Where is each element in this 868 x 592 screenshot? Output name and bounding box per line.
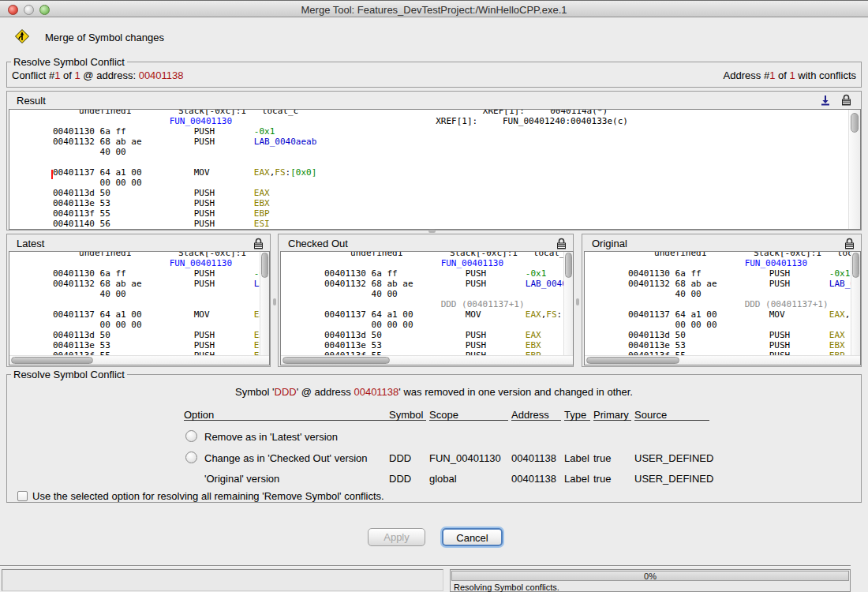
conflict-info-group: Resolve Symbol Conflict Conflict #1 of 1… xyxy=(6,62,862,88)
resolve-group-title: Resolve Symbol Conflict xyxy=(11,369,127,380)
cell-primary: true xyxy=(593,452,611,464)
use-for-all-checkbox[interactable] xyxy=(17,491,28,501)
progress-bar: 0% xyxy=(451,571,849,581)
checked-out-hscroll-thumb[interactable] xyxy=(282,357,390,364)
lock-icon[interactable] xyxy=(556,238,567,249)
result-listing[interactable]: undefined1Stack[-0xc]:1local_cXREF[1]:00… xyxy=(9,109,861,230)
column-header-scope: Scope xyxy=(429,409,508,421)
listing-cursor xyxy=(51,170,53,179)
radio-remove-latest[interactable] xyxy=(185,430,197,442)
option-remove-latest-label: Remove as in 'Latest' version xyxy=(204,431,338,443)
checked-out-panel: Checked Out undefined1Stack[-0xc]:1local… xyxy=(278,234,574,367)
use-for-all-label: Use the selected option for resolving al… xyxy=(32,490,384,502)
splitter-handle-checkedout-original[interactable] xyxy=(576,298,579,305)
cell-type: Label xyxy=(564,473,589,485)
column-header-type: Type xyxy=(564,409,590,421)
checked-out-listing[interactable]: undefined1Stack[-0xc]:1local_cFUN_004011… xyxy=(280,251,574,365)
progress-percent: 0% xyxy=(644,571,657,581)
window-title: Merge Tool: Features_DevTestProject:/Win… xyxy=(0,4,868,16)
latest-vscrollbar[interactable] xyxy=(260,252,269,355)
cell-scope: global xyxy=(429,473,457,485)
column-header-address: Address xyxy=(511,409,561,421)
merge-tool-window: { "window": {"title": "Merge Tool: Featu… xyxy=(0,0,868,592)
column-header-primary: Primary xyxy=(593,409,631,421)
original-hscroll-thumb[interactable] xyxy=(586,357,679,364)
result-panel: Result undefined1Stack[-0xc]:1local_cXRE… xyxy=(6,91,862,230)
status-message: Resolving Symbol conflicts. xyxy=(454,583,559,592)
merge-phase-label: Merge of Symbol changes xyxy=(45,32,164,43)
result-panel-title: Result xyxy=(17,95,46,107)
cell-symbol: DDD xyxy=(389,473,411,485)
checked-out-vscroll-thumb[interactable] xyxy=(565,253,572,278)
cell-source: USER_DEFINED xyxy=(634,473,713,485)
cell-symbol: DDD xyxy=(389,452,411,464)
original-listing[interactable]: undefined1Stack[-0xc]:1local_cFUN_004011… xyxy=(584,251,861,365)
latest-panel-title: Latest xyxy=(17,238,44,249)
conflict-counter: Conflict #1 of 1 @ address: 00401138 xyxy=(12,69,184,81)
resolve-conflict-group: Resolve Symbol Conflict Symbol 'DDD' @ a… xyxy=(6,374,862,503)
original-panel: Original undefined1Stack[-0xc]:1local_cF… xyxy=(582,234,862,367)
address-counter: Address #1 of 1 with conflicts xyxy=(724,69,856,81)
result-vscrollbar[interactable] xyxy=(848,110,860,229)
splitter-handle-latest-checkedout[interactable] xyxy=(273,298,276,305)
cancel-button[interactable]: Cancel xyxy=(442,528,503,546)
original-panel-title: Original xyxy=(592,238,627,249)
column-header-option: Option xyxy=(184,409,389,421)
statusbar-right: 0% Resolving Symbol conflicts. xyxy=(450,569,851,592)
original-vscroll-thumb[interactable] xyxy=(852,253,859,278)
latest-vscroll-thumb[interactable] xyxy=(261,253,268,278)
result-vscroll-thumb[interactable] xyxy=(851,113,859,133)
original-vscrollbar[interactable] xyxy=(851,252,860,355)
radio-change-checked-out[interactable] xyxy=(185,451,197,463)
merge-icon xyxy=(15,29,29,43)
lock-icon[interactable] xyxy=(841,94,851,106)
option-original-label: 'Original' version xyxy=(204,473,279,485)
cell-primary: true xyxy=(593,473,611,485)
latest-hscroll-thumb[interactable] xyxy=(11,357,93,364)
statusbar-left xyxy=(2,569,443,591)
apply-button[interactable]: Apply xyxy=(368,528,425,546)
cell-address: 00401138 xyxy=(511,452,556,464)
latest-panel: Latest undefined1Stack[-0xc]:1local_cFUN… xyxy=(6,234,271,367)
scroll-to-bottom-icon[interactable] xyxy=(820,95,831,106)
cell-scope: FUN_00401130 xyxy=(429,452,501,464)
cell-source: USER_DEFINED xyxy=(634,452,713,464)
conflict-info-group-title: Resolve Symbol Conflict xyxy=(11,56,127,68)
cell-type: Label xyxy=(564,452,589,464)
titlebar: Merge Tool: Features_DevTestProject:/Win… xyxy=(0,0,868,17)
statusbar-divider xyxy=(0,565,851,567)
lock-icon[interactable] xyxy=(844,238,855,249)
checked-out-vscrollbar[interactable] xyxy=(563,252,573,355)
latest-hscrollbar[interactable] xyxy=(9,355,269,365)
column-header-source: Source xyxy=(634,409,709,421)
original-hscrollbar[interactable] xyxy=(585,355,860,365)
column-header-symbol: Symbol xyxy=(389,409,426,421)
lock-icon[interactable] xyxy=(253,238,264,249)
conflict-message: Symbol 'DDD' @ address 00401138' was rem… xyxy=(7,386,861,398)
latest-listing[interactable]: undefined1Stack[-0xc]:1local_cFUN_004011… xyxy=(9,251,270,365)
checked-out-panel-title: Checked Out xyxy=(288,238,348,249)
cell-address: 00401138 xyxy=(511,473,556,485)
splitter-handle-horizontal[interactable] xyxy=(428,230,436,233)
checked-out-hscrollbar[interactable] xyxy=(281,355,573,365)
option-change-checked-out-label: Change as in 'Checked Out' version xyxy=(204,452,368,464)
